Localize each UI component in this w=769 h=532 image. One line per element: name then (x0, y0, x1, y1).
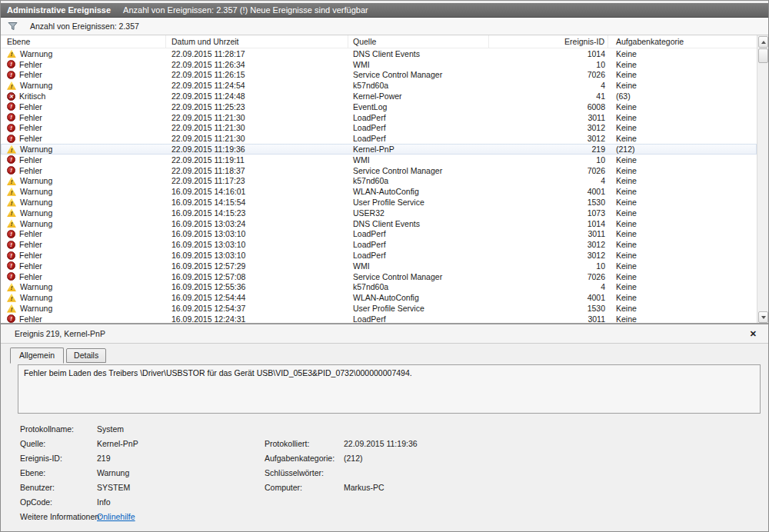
event-id-cell: 3011 (489, 314, 608, 323)
source-cell: DNS Client Events (348, 219, 489, 228)
filter-bar[interactable]: Anzahl von Ereignissen: 2.357 (1, 18, 768, 35)
property-value: Info (97, 497, 265, 507)
category-cell: (212) (608, 145, 757, 154)
datetime-cell: 16.09.2015 12:24:31 (166, 314, 348, 323)
table-row[interactable]: Fehler16.09.2015 13:03:10LoadPerf3012Kei… (1, 239, 757, 250)
category-cell: Keine (608, 176, 757, 185)
property-label: OpCode: (20, 497, 97, 507)
level-cell: Fehler (1, 60, 166, 69)
datetime-cell: 22.09.2015 11:21:30 (166, 113, 348, 122)
table-row[interactable]: Warnung16.09.2015 12:55:36k57nd60a4Keine (1, 282, 757, 293)
table-row[interactable]: Kritisch22.09.2015 11:24:48Kernel-Power4… (1, 91, 757, 101)
source-cell: LoadPerf (348, 123, 489, 132)
table-row[interactable]: Fehler16.09.2015 13:03:10LoadPerf3012Kei… (1, 250, 757, 261)
arrow-down-icon (761, 316, 766, 319)
category-cell: Keine (608, 134, 757, 143)
table-row[interactable]: Warnung16.09.2015 14:15:23USER321073Kein… (1, 208, 757, 218)
event-id-cell: 3012 (489, 251, 608, 260)
category-cell: Keine (608, 155, 757, 165)
table-row[interactable]: Fehler22.09.2015 11:26:34WMI10Keine (1, 59, 757, 70)
table-row[interactable]: Warnung22.09.2015 11:17:23k57nd60a4Keine (1, 176, 757, 187)
column-header-quelle[interactable]: Quelle (348, 35, 489, 48)
table-row[interactable]: Warnung22.09.2015 11:24:54k57nd60a4Keine (1, 80, 757, 91)
error-icon (7, 261, 15, 270)
category-cell: Keine (608, 60, 757, 69)
column-header-row: Ebene Datum und Uhrzeit Quelle Ereignis-… (1, 35, 768, 48)
online-help-link[interactable]: Onlinehilfe (97, 512, 135, 521)
source-cell: WMI (348, 60, 489, 69)
new-events-status: Anzahl von Ereignissen: 2.357 (!) Neue E… (123, 5, 368, 15)
level-cell: Fehler (1, 155, 166, 165)
event-id-cell: 6008 (489, 102, 608, 111)
scroll-down-button[interactable] (758, 311, 768, 323)
source-cell: k57nd60a (348, 81, 489, 90)
level-cell: Fehler (1, 134, 166, 143)
column-header-datum[interactable]: Datum und Uhrzeit (166, 35, 348, 48)
level-cell: Fehler (1, 314, 166, 323)
datetime-cell: 16.09.2015 13:03:10 (166, 240, 348, 249)
error-icon (7, 241, 15, 249)
source-cell: User Profile Service (348, 198, 489, 207)
table-row[interactable]: Warnung16.09.2015 14:15:54User Profile S… (1, 197, 757, 208)
event-id-cell: 1530 (489, 198, 608, 207)
source-cell: WLAN-AutoConfig (348, 187, 489, 196)
table-row[interactable]: Warnung16.09.2015 12:54:37User Profile S… (1, 303, 757, 314)
table-row[interactable]: Warnung22.09.2015 11:28:17DNS Client Eve… (1, 48, 757, 59)
error-icon (7, 102, 15, 111)
source-cell: Service Control Manager (348, 166, 489, 175)
vertical-scrollbar[interactable] (757, 35, 768, 324)
event-detail-pane: Ereignis 219, Kernel-PnP ✕ Allgemein Det… (1, 324, 768, 531)
warning-icon (7, 177, 16, 185)
table-row[interactable]: Warnung16.09.2015 12:54:44WLAN-AutoConfi… (1, 292, 757, 303)
property-value: 22.09.2015 11:19:36 (344, 439, 761, 448)
event-id-cell: 4 (489, 81, 608, 90)
event-id-cell: 4001 (489, 187, 608, 196)
detail-pane-title: Ereignis 219, Kernel-PnP (15, 329, 105, 338)
source-cell: k57nd60a (348, 176, 489, 185)
table-row[interactable]: Fehler22.09.2015 11:21:30LoadPerf3011Kei… (1, 112, 757, 123)
close-icon[interactable]: ✕ (746, 328, 761, 340)
column-header-ereignis-id[interactable]: Ereignis-ID (489, 35, 608, 48)
source-cell: k57nd60a (348, 282, 489, 291)
filter-funnel-icon (8, 22, 18, 31)
source-cell: Service Control Manager (348, 70, 489, 79)
datetime-cell: 16.09.2015 12:55:36 (166, 282, 348, 291)
table-row[interactable]: Fehler16.09.2015 12:57:29WMI10Keine (1, 261, 757, 271)
category-cell: Keine (608, 49, 757, 58)
source-cell: Service Control Manager (348, 272, 489, 281)
event-list: Ebene Datum und Uhrzeit Quelle Ereignis-… (1, 35, 768, 324)
datetime-cell: 16.09.2015 12:57:29 (166, 261, 348, 271)
source-cell: EventLog (348, 102, 489, 111)
datetime-cell: 16.09.2015 12:54:37 (166, 304, 348, 313)
table-row[interactable]: Fehler16.09.2015 12:24:31LoadPerf3011Kei… (1, 314, 757, 323)
view-title-bar: Administrative Ereignisse Anzahl von Ere… (1, 3, 768, 18)
table-row[interactable]: Fehler22.09.2015 11:21:30LoadPerf3012Kei… (1, 133, 757, 144)
table-row[interactable]: Fehler22.09.2015 11:21:30LoadPerf3012Kei… (1, 123, 757, 134)
tab-details[interactable]: Details (66, 348, 106, 363)
event-id-cell: 1014 (489, 219, 608, 228)
table-row[interactable]: Fehler16.09.2015 12:57:08Service Control… (1, 271, 757, 282)
column-header-ebene[interactable]: Ebene (1, 35, 166, 48)
table-row[interactable]: Fehler22.09.2015 11:26:15Service Control… (1, 70, 757, 81)
category-cell: Keine (608, 251, 757, 260)
table-row[interactable]: Fehler22.09.2015 11:25:23EventLog6008Kei… (1, 101, 757, 112)
event-viewer-window: Administrative Ereignisse Anzahl von Ere… (0, 0, 769, 532)
table-row[interactable]: Warnung16.09.2015 14:16:01WLAN-AutoConfi… (1, 186, 757, 197)
datetime-cell: 22.09.2015 11:21:30 (166, 134, 348, 143)
table-row[interactable]: Fehler22.09.2015 11:19:11WMI10Keine (1, 155, 757, 165)
category-cell: Keine (608, 123, 757, 132)
table-row[interactable]: Fehler16.09.2015 13:03:10LoadPerf3011Kei… (1, 229, 757, 240)
datetime-cell: 22.09.2015 11:18:37 (166, 166, 348, 175)
level-cell: Warnung (1, 293, 166, 302)
table-row[interactable]: Warnung22.09.2015 11:19:36Kernel-PnP219(… (1, 144, 757, 155)
table-row[interactable]: Warnung16.09.2015 13:03:24DNS Client Eve… (1, 218, 757, 229)
scroll-up-button[interactable] (758, 36, 768, 48)
category-cell: Keine (608, 272, 757, 281)
scrollbar-thumb[interactable] (758, 48, 768, 63)
property-label: Quelle: (20, 439, 97, 448)
event-id-cell: 10 (489, 261, 608, 271)
property-label: Schlüsselwörter: (265, 468, 344, 477)
tab-allgemein[interactable]: Allgemein (10, 347, 64, 364)
column-header-aufgabenkategorie[interactable]: Aufgabenkategorie (608, 35, 757, 48)
table-row[interactable]: Fehler22.09.2015 11:18:37Service Control… (1, 165, 757, 176)
